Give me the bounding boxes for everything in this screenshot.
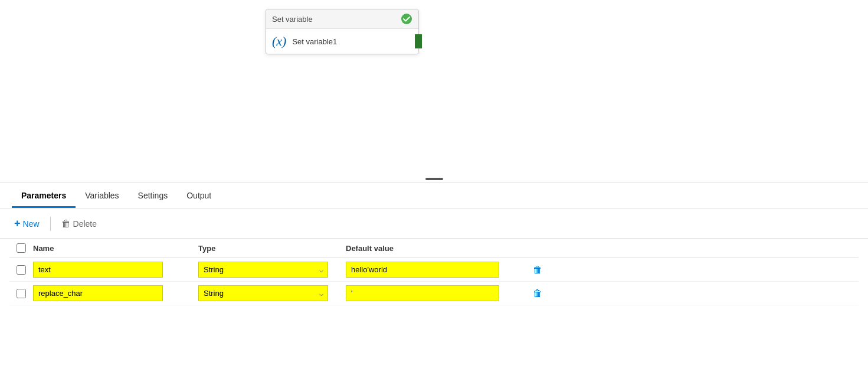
tabs-bar: Parameters Variables Settings Output xyxy=(0,183,868,209)
row2-name-cell xyxy=(33,285,198,301)
row1-checkbox[interactable] xyxy=(17,265,26,275)
card-body: (x) Set variable1 xyxy=(266,29,418,54)
row1-name-input[interactable] xyxy=(33,262,163,278)
delete-button[interactable]: 🗑 Delete xyxy=(57,216,101,232)
row2-checkbox-cell xyxy=(9,289,33,298)
row2-type-cell: String Integer Boolean Array Object ⌵ xyxy=(198,285,346,301)
header-default-value: Default value xyxy=(346,244,523,253)
card-header: Set variable xyxy=(266,9,418,29)
row2-default-input[interactable] xyxy=(346,285,499,301)
row1-default-input[interactable] xyxy=(346,262,499,278)
table-row: String Integer Boolean Array Object ⌵ 🗑 xyxy=(9,282,859,305)
card-body-title: Set variable1 xyxy=(292,37,337,46)
row1-default-cell xyxy=(346,262,523,278)
header-name: Name xyxy=(33,244,198,253)
variable-icon: (x) xyxy=(272,34,286,49)
row1-delete-cell: 🗑 xyxy=(523,265,552,275)
canvas-area: Set variable (x) Set variable1 xyxy=(0,0,868,183)
header-checkbox-cell xyxy=(9,243,33,253)
plus-icon: + xyxy=(14,217,21,230)
resize-handle[interactable] xyxy=(425,178,443,180)
row1-type-wrapper: String Integer Boolean Array Object ⌵ xyxy=(198,262,328,278)
toolbar-divider xyxy=(50,217,51,231)
card-header-title: Set variable xyxy=(272,15,313,24)
table-area: Name Type Default value String Integer B… xyxy=(0,239,868,305)
tab-settings[interactable]: Settings xyxy=(129,185,178,208)
header-checkbox[interactable] xyxy=(17,243,26,253)
check-circle-icon xyxy=(401,13,412,25)
header-type: Type xyxy=(198,244,346,253)
row1-type-cell: String Integer Boolean Array Object ⌵ xyxy=(198,262,346,278)
tab-variables[interactable]: Variables xyxy=(76,185,128,208)
delete-label: Delete xyxy=(73,219,97,229)
row2-name-input[interactable] xyxy=(33,285,163,301)
row2-type-wrapper: String Integer Boolean Array Object ⌵ xyxy=(198,285,328,301)
row2-type-select[interactable]: String Integer Boolean Array Object xyxy=(198,285,328,301)
row2-default-cell xyxy=(346,285,523,301)
set-variable-card: Set variable (x) Set variable1 xyxy=(266,9,419,54)
row2-delete-cell: 🗑 xyxy=(523,288,552,299)
row1-name-cell xyxy=(33,262,198,278)
svg-point-0 xyxy=(401,14,412,24)
tab-output[interactable]: Output xyxy=(177,185,221,208)
row1-delete-icon[interactable]: 🗑 xyxy=(533,265,542,275)
green-connector-square xyxy=(415,34,422,48)
tab-parameters[interactable]: Parameters xyxy=(12,185,76,208)
table-header: Name Type Default value xyxy=(9,239,859,258)
row1-type-select[interactable]: String Integer Boolean Array Object xyxy=(198,262,328,278)
row2-delete-icon[interactable]: 🗑 xyxy=(533,288,542,299)
new-button[interactable]: + New xyxy=(9,215,44,232)
row2-checkbox[interactable] xyxy=(17,289,26,298)
bottom-panel: Parameters Variables Settings Output + N… xyxy=(0,183,868,305)
toolbar: + New 🗑 Delete xyxy=(0,209,868,239)
row1-checkbox-cell xyxy=(9,265,33,275)
table-row: String Integer Boolean Array Object ⌵ 🗑 xyxy=(9,258,859,282)
new-label: New xyxy=(23,219,40,229)
trash-icon-toolbar: 🗑 xyxy=(61,219,71,229)
